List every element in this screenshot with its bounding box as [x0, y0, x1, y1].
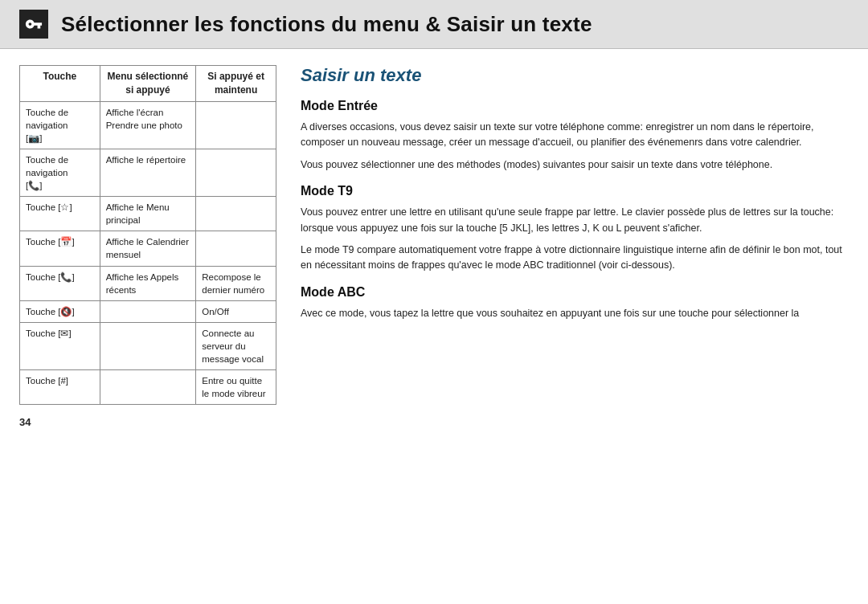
- section-title: Saisir un texte: [301, 65, 849, 86]
- page-header: Sélectionner les fonctions du menu & Sai…: [0, 0, 868, 49]
- cell-menu: [100, 322, 196, 369]
- cell-appuye: Recompose le dernier numéro: [196, 266, 276, 300]
- cell-touche: Touche [📅]: [20, 231, 100, 266]
- subsection-title-0: Mode Entrée: [301, 99, 849, 113]
- cell-touche: Touche [📞]: [20, 266, 100, 300]
- cell-menu: Affiche le répertoire: [100, 149, 196, 196]
- page-number: 34: [19, 416, 276, 428]
- cell-menu: [100, 300, 196, 322]
- cell-appuye: [196, 231, 276, 266]
- table-row: Touche [#]Entre ou quitte le mode vibreu…: [20, 370, 276, 405]
- paragraph-0-1: Vous pouvez sélectionner une des méthode…: [301, 157, 849, 173]
- cell-appuye: [196, 197, 276, 231]
- cell-menu: Affiche l'écran Prendre une photo: [100, 101, 196, 149]
- table-row: Touche [✉]Connecte au serveur du message…: [20, 322, 276, 369]
- cell-appuye: [196, 101, 276, 149]
- key-icon: [25, 15, 43, 33]
- cell-touche: Touche [🔇]: [20, 300, 100, 322]
- cell-appuye: Entre ou quitte le mode vibreur: [196, 370, 276, 405]
- table-row: Touche [📅]Affiche le Calendrier mensuel: [20, 231, 276, 266]
- table-row: Touche [📞]Affiche les Appels récentsReco…: [20, 266, 276, 300]
- table-row: Touche [🔇]On/Off: [20, 300, 276, 322]
- table-section: Touche Menu sélectionné si appuyé Si app…: [19, 65, 276, 581]
- table-row: Touche de navigation[📷]Affiche l'écran P…: [20, 101, 276, 149]
- cell-menu: [100, 370, 196, 405]
- col-header-menu: Menu sélectionné si appuyé: [100, 66, 196, 102]
- cell-touche: Touche de navigation[📞]: [20, 149, 100, 196]
- page-title: Sélectionner les fonctions du menu & Sai…: [61, 12, 592, 37]
- cell-appuye: On/Off: [196, 300, 276, 322]
- cell-appuye: [196, 149, 276, 196]
- cell-touche: Touche de navigation[📷]: [20, 101, 100, 149]
- cell-menu: Affiche le Menu principal: [100, 197, 196, 231]
- table-row: Touche [☆]Affiche le Menu principal: [20, 197, 276, 231]
- cell-touche: Touche [✉]: [20, 322, 100, 369]
- col-header-touche: Touche: [20, 66, 100, 102]
- header-icon: [19, 10, 48, 39]
- subsection-title-2: Mode ABC: [301, 285, 849, 300]
- table-row: Touche de navigation[📞]Affiche le répert…: [20, 149, 276, 196]
- cell-appuye: Connecte au serveur du message vocal: [196, 322, 276, 369]
- paragraph-1-0: Vous pouvez entrer une lettre en utilisa…: [301, 205, 849, 236]
- col-header-appuye: Si appuyé et maintenu: [196, 66, 276, 102]
- paragraph-0-0: A diverses occasions, vous devez saisir …: [301, 120, 849, 151]
- paragraph-1-1: Le mode T9 compare automatiquement votre…: [301, 243, 849, 274]
- navigation-table: Touche Menu sélectionné si appuyé Si app…: [19, 65, 276, 405]
- text-section: Saisir un texte Mode EntréeA diverses oc…: [301, 65, 849, 581]
- cell-touche: Touche [#]: [20, 370, 100, 405]
- cell-menu: Affiche le Calendrier mensuel: [100, 231, 196, 266]
- cell-menu: Affiche les Appels récents: [100, 266, 196, 300]
- page-content: Touche Menu sélectionné si appuyé Si app…: [0, 49, 868, 597]
- subsection-title-1: Mode T9: [301, 184, 849, 198]
- cell-touche: Touche [☆]: [20, 197, 100, 231]
- paragraph-2-0: Avec ce mode, vous tapez la lettre que v…: [301, 306, 849, 321]
